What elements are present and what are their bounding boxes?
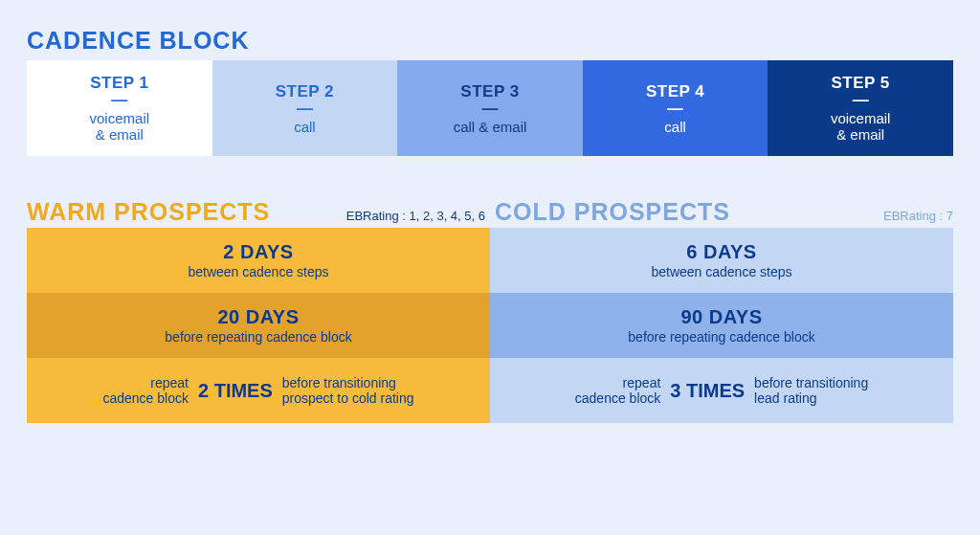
step-dash: —	[853, 95, 869, 106]
value: 20 DAYS	[217, 306, 299, 328]
label: between cadence steps	[188, 264, 328, 279]
step-title: STEP 1	[90, 74, 148, 93]
cold-repeat-times: repeatcadence block 3 TIMES before trans…	[490, 358, 953, 423]
warm-between-steps: 2 DAYS between cadence steps	[27, 228, 490, 293]
step-desc: call & email	[454, 119, 527, 135]
warm-header: WARM PROSPECTS EBRating : 1, 2, 3, 4, 5,…	[27, 198, 485, 226]
prospects-grid: 2 DAYS between cadence steps 6 DAYS betw…	[27, 228, 953, 423]
value: 2 DAYS	[223, 241, 293, 263]
step-title: STEP 5	[832, 74, 890, 93]
cadence-step-3: STEP 3 — call & email	[397, 60, 583, 156]
cadence-step-4: STEP 4 — call	[583, 60, 768, 156]
value: 90 DAYS	[680, 306, 762, 328]
cadence-block-title: CADENCE BLOCK	[27, 27, 953, 55]
warm-ebrating: EBRating : 1, 2, 3, 4, 5, 6	[346, 209, 485, 223]
step-desc: voicemail& email	[90, 110, 150, 143]
cadence-step-1: STEP 1 — voicemail& email	[27, 60, 212, 156]
warm-prospects-title: WARM PROSPECTS	[27, 198, 270, 226]
warm-before-repeat: 20 DAYS before repeating cadence block	[27, 293, 490, 358]
cold-between-steps: 6 DAYS between cadence steps	[490, 228, 953, 293]
value: 3 TIMES	[670, 380, 745, 402]
label-right: before transitioninglead rating	[754, 375, 868, 406]
label: between cadence steps	[651, 264, 791, 279]
warm-repeat-times: repeatcadence block 2 TIMES before trans…	[27, 358, 490, 423]
step-desc: voicemail& email	[831, 110, 891, 143]
step-title: STEP 4	[646, 82, 704, 101]
label-left: repeatcadence block	[102, 375, 189, 406]
step-dash: —	[667, 103, 683, 115]
step-dash: —	[481, 103, 498, 115]
cold-before-repeat: 90 DAYS before repeating cadence block	[490, 293, 953, 358]
cold-ebrating: EBRating : 7	[883, 209, 953, 223]
label: before repeating cadence block	[628, 329, 814, 345]
step-dash: —	[111, 95, 127, 106]
label-left: repeatcadence block	[575, 375, 661, 406]
label: before repeating cadence block	[165, 329, 351, 345]
prospects-headers: WARM PROSPECTS EBRating : 1, 2, 3, 4, 5,…	[27, 198, 953, 226]
cadence-step-2: STEP 2 — call	[212, 60, 398, 156]
cadence-steps-row: STEP 1 — voicemail& email STEP 2 — call …	[27, 60, 953, 156]
step-title: STEP 3	[460, 82, 519, 101]
value: 6 DAYS	[686, 241, 756, 263]
cold-prospects-title: COLD PROSPECTS	[495, 198, 730, 226]
step-desc: call	[664, 119, 686, 135]
value: 2 TIMES	[198, 380, 273, 402]
step-title: STEP 2	[276, 82, 334, 101]
cold-header: COLD PROSPECTS EBRating : 7	[485, 198, 953, 226]
label-right: before transitioningprospect to cold rat…	[282, 375, 414, 406]
step-dash: —	[297, 103, 313, 115]
cadence-step-5: STEP 5 — voicemail& email	[768, 60, 953, 156]
step-desc: call	[294, 119, 316, 135]
